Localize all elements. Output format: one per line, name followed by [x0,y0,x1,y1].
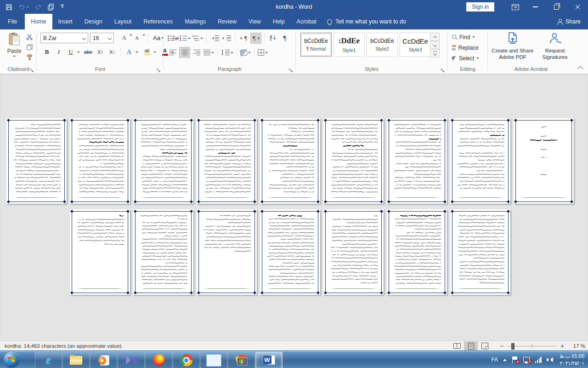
subscript-button[interactable]: X2 [95,47,106,57]
sign-in-button[interactable]: Sign in [466,2,494,12]
page-thumbnail[interactable] [387,209,447,295]
ltr-text-direction-button[interactable]: ¶ [238,33,249,44]
styles-dialog-launcher[interactable] [441,67,445,71]
taskbar-chrome[interactable] [173,352,200,368]
underline-caret-icon[interactable] [77,52,80,54]
show-formatting-marks-button[interactable]: ¶ [279,33,290,44]
rtl-text-direction-button[interactable]: ¶ [250,33,261,44]
select-button[interactable]: Select [452,54,479,63]
page-thumbnail[interactable] [387,118,447,204]
align-center-button[interactable] [179,47,190,58]
tab-insert[interactable]: Insert [52,14,79,29]
font-dialog-launcher[interactable] [157,67,161,71]
start-button[interactable] [4,352,19,368]
superscript-button[interactable]: X2 [107,47,118,57]
zoom-slider[interactable] [507,343,557,349]
shrink-font-button[interactable]: A [131,33,142,43]
web-layout-button[interactable] [478,341,492,351]
taskbar-word-active[interactable]: W [255,352,283,368]
font-size-combo[interactable]: 16 [90,33,114,43]
styles-gallery-more-button[interactable] [430,49,440,58]
language-indicator[interactable]: FA [491,356,498,363]
zoom-in-button[interactable]: + [559,342,566,350]
styles-scroll-up-button[interactable] [430,33,440,41]
zoom-out-button[interactable]: − [498,342,505,350]
tab-home[interactable]: Home [25,14,52,29]
decrease-indent-button[interactable] [209,33,220,44]
minimize-button[interactable] [525,0,546,14]
clipboard-dialog-launcher[interactable] [30,67,34,71]
paragraph-dialog-launcher[interactable] [289,67,294,71]
ribbon-display-options-icon[interactable] [506,0,525,14]
cut-icon[interactable] [26,34,33,40]
tab-help[interactable]: Help [267,14,291,29]
zoom-percentage[interactable]: 17 % [568,343,585,349]
style-style2[interactable]: bCcDdEe Style2 [367,33,398,57]
show-hidden-icons-button[interactable] [503,357,507,361]
document-canvas[interactable] [0,74,588,340]
align-right-button[interactable] [191,47,202,58]
taskbar-photo-viewer[interactable] [200,352,227,368]
character-count-status[interactable]: kordha: 14,463 characters (an approximat… [5,343,123,349]
signal-strength-icon[interactable] [535,357,542,363]
strikethrough-button[interactable]: abe [83,47,94,57]
tab-references[interactable]: References [137,14,179,29]
network-status-icon[interactable]: ✕ [523,356,530,363]
style-normal[interactable]: bCcDdEe ¶ Normal [300,33,332,57]
page-thumbnail[interactable] [197,118,257,204]
clock[interactable]: 01:00 ب.ظ ۲۰۲۱/۲۵/۰۱ [560,353,584,367]
page-thumbnail[interactable] [133,209,193,295]
restore-button[interactable] [546,0,567,14]
text-effects-button[interactable]: A [124,47,135,57]
page-thumbnail[interactable] [450,209,510,295]
page-thumbnail[interactable] [260,118,320,204]
bold-button[interactable]: B [41,47,52,57]
format-painter-icon[interactable] [26,54,33,61]
paste-button[interactable]: Paste [5,32,24,62]
replace-button[interactable]: abac Replace [452,43,479,52]
zoom-slider-thumb[interactable] [511,343,514,350]
create-share-pdf-button[interactable]: Create and ShareAdobe PDF [490,32,536,61]
taskbar-photo-gallery[interactable] [228,352,255,368]
numbering-button[interactable] [180,33,191,44]
page-thumbnail[interactable] [133,118,193,204]
font-name-combo[interactable]: B Zar [40,33,88,43]
taskbar-internet-explorer[interactable]: e [35,352,62,368]
taskbar-firefox[interactable] [145,352,172,368]
borders-button[interactable] [257,47,268,58]
grow-font-button[interactable]: A [119,33,130,43]
tab-file[interactable]: File [0,14,25,29]
bullets-button[interactable] [167,33,179,44]
page-thumbnail[interactable] [450,118,510,204]
align-left-button[interactable] [167,47,178,58]
collapse-ribbon-button[interactable] [577,66,583,72]
close-button[interactable] [567,0,588,14]
tab-acrobat[interactable]: Acrobat [291,14,322,29]
taskbar-kmplayer[interactable] [118,352,145,368]
underline-button[interactable]: U [65,47,76,57]
request-signatures-button[interactable]: RequestSignatures [537,32,572,61]
tab-review[interactable]: Review [212,14,243,29]
tab-view[interactable]: View [243,14,267,29]
highlight-caret-icon[interactable] [153,52,156,54]
page-thumbnail[interactable] [260,209,320,295]
read-mode-button[interactable] [450,341,464,351]
page-thumbnail[interactable] [197,209,257,295]
copy-icon[interactable] [26,44,33,51]
increase-indent-button[interactable] [221,33,232,44]
tab-mailings[interactable]: Mailings [179,14,212,29]
page-thumbnail[interactable] [70,209,130,295]
action-center-icon[interactable]: ✕ [512,356,518,363]
sort-button[interactable]: AZ [267,33,278,44]
highlight-color-button[interactable]: ab [141,47,153,57]
page-thumbnail[interactable] [323,209,384,295]
share-button[interactable]: Share [550,14,588,29]
justify-button[interactable] [203,47,215,58]
volume-icon[interactable] [547,356,554,363]
taskbar-windows-explorer[interactable] [62,352,90,368]
taskbar-media-player[interactable] [90,352,117,368]
italic-button[interactable]: I [53,47,64,57]
tab-design[interactable]: Design [79,14,108,29]
shading-button[interactable] [240,47,251,58]
page-thumbnail[interactable] [6,118,67,204]
